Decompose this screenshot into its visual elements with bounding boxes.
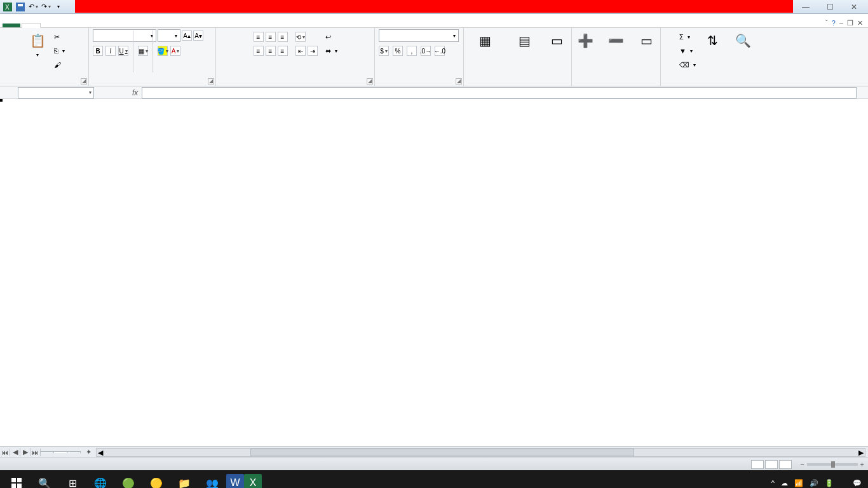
network-icon[interactable]: 📶 <box>794 479 803 487</box>
increase-indent-button[interactable]: ⇥ <box>308 46 318 56</box>
doc-minimize-icon[interactable]: – <box>839 19 843 27</box>
bold-button[interactable]: B <box>93 46 103 56</box>
sheet-nav-next[interactable]: ▶ <box>20 448 31 456</box>
sheet-tab-2[interactable] <box>53 451 67 453</box>
page-break-view-button[interactable] <box>779 460 792 469</box>
number-format-combo[interactable]: ▾ <box>379 29 459 42</box>
align-center-button[interactable]: ≡ <box>266 46 276 56</box>
merge-center-button[interactable]: ⬌▾ <box>325 44 337 57</box>
start-button[interactable] <box>3 470 31 488</box>
increase-decimal-button[interactable]: .0→ <box>421 46 431 56</box>
sheet-nav-first[interactable]: ⏮ <box>0 449 10 456</box>
search-button[interactable]: 🔍 <box>31 470 58 488</box>
minimize-button[interactable]: — <box>798 3 813 11</box>
comma-button[interactable]: , <box>407 46 417 56</box>
fill-button[interactable]: ▼▾ <box>679 44 696 57</box>
align-middle-button[interactable]: ≡ <box>266 32 276 42</box>
clear-button[interactable]: ⌫▾ <box>679 58 696 71</box>
accounting-button[interactable]: $ <box>379 46 389 56</box>
clipboard-launcher[interactable]: ◢ <box>81 78 87 85</box>
align-left-button[interactable]: ≡ <box>254 46 264 56</box>
notifications-icon[interactable]: 💬 <box>853 479 862 487</box>
onedrive-icon[interactable]: ☁ <box>781 479 788 487</box>
teams-icon[interactable]: 👥 <box>198 470 226 488</box>
align-top-button[interactable]: ≡ <box>254 32 264 42</box>
normal-view-button[interactable] <box>751 460 764 469</box>
ribbon-minimize-icon[interactable]: ˇ <box>825 19 828 27</box>
align-bottom-button[interactable]: ≡ <box>278 32 288 42</box>
tab-addins[interactable] <box>147 24 165 27</box>
italic-button[interactable]: I <box>105 46 116 56</box>
paste-button[interactable]: 📋 ▾ <box>24 29 51 58</box>
tab-home[interactable] <box>22 23 41 28</box>
volume-icon[interactable]: 🔊 <box>810 479 818 487</box>
decrease-indent-button[interactable]: ⇤ <box>295 46 306 56</box>
delete-button[interactable]: ➖ <box>602 29 630 51</box>
zoom-slider[interactable] <box>807 463 858 466</box>
align-right-button[interactable]: ≡ <box>278 46 288 56</box>
doc-restore-icon[interactable]: ❐ <box>847 19 853 27</box>
grow-font-button[interactable]: A▴ <box>182 30 192 41</box>
tab-page-layout[interactable] <box>58 24 76 27</box>
tab-file[interactable] <box>3 24 20 27</box>
orientation-button[interactable]: ⟲ <box>295 32 306 42</box>
font-size-combo[interactable]: ▾ <box>158 29 180 42</box>
conditional-formatting-button[interactable]: ▦ <box>465 29 506 51</box>
app-icon-1[interactable]: 🟢 <box>114 470 142 488</box>
word-icon[interactable]: W <box>226 474 244 488</box>
name-box[interactable] <box>18 87 94 98</box>
page-layout-view-button[interactable] <box>765 460 778 469</box>
sheet-nav-prev[interactable]: ◀ <box>10 448 20 456</box>
wrap-text-button[interactable]: ↩ <box>325 30 337 43</box>
cut-button[interactable]: ✂ <box>54 30 65 43</box>
autosum-button[interactable]: Σ▾ <box>679 30 696 43</box>
border-button[interactable]: ▦ <box>138 46 148 56</box>
font-color-button[interactable]: A <box>170 46 180 56</box>
tab-formulas[interactable] <box>76 24 94 27</box>
percent-button[interactable]: % <box>393 46 403 56</box>
doc-close-icon[interactable]: ✕ <box>857 19 863 27</box>
tray-chevron-icon[interactable]: ^ <box>771 479 775 487</box>
formula-bar[interactable] <box>142 87 857 98</box>
tab-insert[interactable] <box>41 24 58 27</box>
number-launcher[interactable]: ◢ <box>456 78 462 85</box>
find-select-button[interactable]: 🔍 <box>729 29 757 51</box>
fx-icon[interactable]: fx <box>132 88 138 97</box>
help-icon[interactable]: ? <box>832 19 836 27</box>
format-painter-button[interactable]: 🖌 <box>54 58 65 71</box>
copy-button[interactable]: ⎘▾ <box>54 44 65 57</box>
shrink-font-button[interactable]: A▾ <box>193 30 203 41</box>
fill-color-button[interactable]: 🪣 <box>158 46 168 56</box>
sheet-tab-3[interactable] <box>67 451 81 453</box>
font-name-combo[interactable]: ▾ <box>93 29 156 42</box>
zoom-out-button[interactable]: − <box>800 461 804 468</box>
sheet-nav-last[interactable]: ⏭ <box>31 449 41 456</box>
underline-button[interactable]: U <box>118 46 128 56</box>
insert-button[interactable]: ➕ <box>572 29 600 51</box>
worksheet-area[interactable] <box>0 99 868 446</box>
tab-view[interactable] <box>130 24 147 27</box>
app-icon-2[interactable]: 🟡 <box>142 470 170 488</box>
sort-filter-button[interactable]: ⇅ <box>698 29 726 51</box>
tab-review[interactable] <box>112 24 130 27</box>
zoom-in-button[interactable]: + <box>860 461 864 468</box>
undo-icon[interactable]: ↶ <box>28 2 38 12</box>
sheet-tab-1[interactable] <box>40 451 54 453</box>
font-launcher[interactable]: ◢ <box>208 78 214 85</box>
alignment-launcher[interactable]: ◢ <box>367 78 373 85</box>
battery-icon[interactable]: 🔋 <box>825 479 834 487</box>
close-button[interactable]: ✕ <box>846 3 862 11</box>
explorer-icon[interactable]: 📁 <box>170 470 198 488</box>
maximize-button[interactable]: ☐ <box>822 3 837 11</box>
task-view-button[interactable]: ⊞ <box>58 470 86 488</box>
format-button[interactable]: ▭ <box>633 29 661 51</box>
excel-taskbar-icon[interactable]: X <box>244 474 262 488</box>
tab-data[interactable] <box>94 24 112 27</box>
new-sheet-button[interactable]: ✦ <box>83 448 93 456</box>
format-as-table-button[interactable]: ▤ <box>509 29 541 51</box>
save-icon[interactable] <box>15 2 25 12</box>
qat-more-icon[interactable]: ▾ <box>53 2 64 12</box>
horizontal-scrollbar[interactable]: ◀▶ <box>96 448 865 457</box>
edge-icon[interactable]: 🌐 <box>86 470 114 488</box>
decrease-decimal-button[interactable]: ←.0 <box>435 46 445 56</box>
